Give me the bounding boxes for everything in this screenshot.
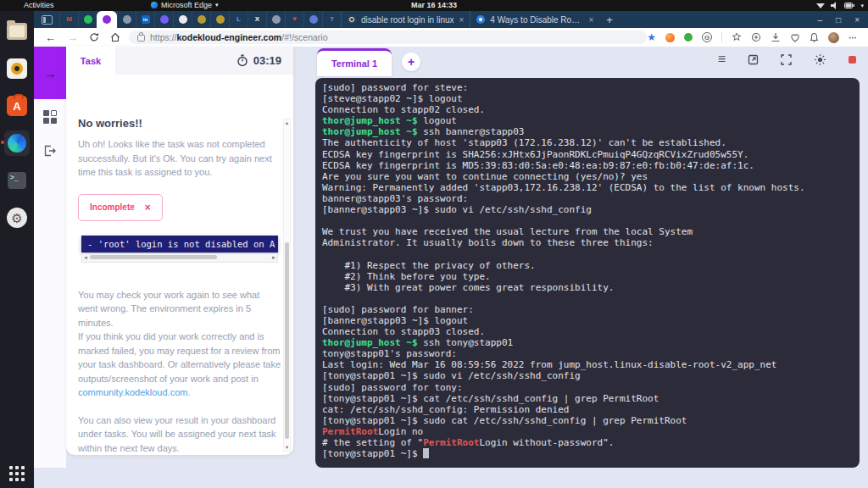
browser-toolbar: ← → https://kodekloud-engineer.com/#!/sc…: [34, 28, 868, 47]
dock-item-files[interactable]: [4, 19, 30, 44]
app-violet-favicon: [160, 15, 169, 24]
app-gold-1-favicon: [198, 15, 206, 24]
tab-article[interactable]: 4 Ways to Disable Root A ×: [470, 11, 599, 28]
url-text: https://kodekloud-engineer.com/#!/scenar…: [150, 32, 328, 42]
pinned-tab-app-violet[interactable]: [154, 11, 173, 28]
pinned-tab-whatsapp[interactable]: [78, 11, 97, 28]
volume-icon: [831, 2, 838, 9]
new-tab-button[interactable]: +: [606, 14, 613, 26]
divider: [721, 32, 722, 42]
activities-button[interactable]: Activities: [24, 1, 54, 9]
terminal-output[interactable]: [sudo] password for steve:[steve@stapp02…: [315, 78, 860, 468]
vertical-scrollbar[interactable]: ▲ ▼: [283, 119, 291, 452]
scroll-right-icon[interactable]: ►: [271, 254, 276, 262]
system-top-bar: Activities Microsoft Edge ▾ Mar 16 14:33…: [0, 0, 868, 11]
open-new-window-icon[interactable]: [748, 54, 759, 65]
chevron-down-icon: ▾: [215, 2, 219, 8]
dock-item-edge[interactable]: [4, 130, 30, 156]
profile-avatar[interactable]: [828, 32, 839, 43]
app-gray-2-favicon: [272, 15, 281, 24]
scrollbar-thumb[interactable]: [285, 242, 289, 439]
exit-icon[interactable]: [43, 145, 57, 157]
pinned-tab-app-gray-2[interactable]: [266, 11, 285, 28]
timer-value: 03:19: [253, 54, 281, 67]
tab-actions-menu-icon[interactable]: [42, 15, 53, 25]
scroll-up-icon[interactable]: ▲: [284, 120, 290, 125]
dock-item-software[interactable]: A: [4, 93, 30, 119]
forward-icon[interactable]: →: [67, 31, 78, 44]
back-icon[interactable]: ←: [45, 31, 56, 44]
minimize-button[interactable]: –: [818, 15, 823, 25]
community-link[interactable]: community.kodekloud.com: [78, 387, 187, 397]
close-icon[interactable]: ×: [459, 15, 465, 25]
close-icon[interactable]: ×: [589, 15, 594, 25]
music-player-icon: [7, 58, 27, 79]
horizontal-scrollbar[interactable]: ◄ ►: [81, 253, 278, 263]
pinned-tab-app-gold-1[interactable]: [192, 11, 210, 28]
status-badge[interactable]: Incomplete ×: [78, 194, 163, 221]
menu-icon[interactable]: ≡: [718, 53, 726, 66]
pinned-tab-app-gray[interactable]: [117, 11, 136, 28]
scroll-down-icon[interactable]: ▼: [284, 445, 290, 450]
focused-app-title: Microsoft Edge: [161, 1, 212, 9]
dashboard-grid-icon[interactable]: [43, 110, 57, 124]
pinned-tab-x-twitter[interactable]: X: [248, 11, 266, 28]
dock-item-music[interactable]: [4, 56, 30, 81]
tab-label: 4 Ways to Disable Root A: [490, 15, 583, 25]
dock: A >_ ⚙: [0, 11, 34, 488]
pinned-tab-app-question[interactable]: ?: [322, 11, 341, 28]
extension-green-icon[interactable]: [684, 33, 693, 42]
notifications-bell-icon[interactable]: [810, 32, 819, 42]
pinned-tab-app-l[interactable]: L: [229, 11, 248, 28]
refresh-icon[interactable]: [89, 32, 99, 42]
app-question-favicon: ?: [328, 15, 337, 24]
pinned-tab-docs[interactable]: [173, 11, 192, 28]
edge-browser-icon: [8, 134, 26, 152]
record-stop-icon[interactable]: [849, 56, 856, 64]
theme-toggle-icon[interactable]: [814, 53, 826, 66]
downloads-icon[interactable]: [771, 32, 781, 42]
pinned-tab-linkedin[interactable]: in: [136, 11, 154, 28]
terminal-header: Terminal 1 + ≡: [302, 47, 868, 78]
extension-orange-icon[interactable]: [665, 33, 675, 42]
tab-task[interactable]: Task: [66, 47, 115, 75]
address-bar[interactable]: https://kodekloud-engineer.com/#!/scenar…: [129, 30, 647, 44]
maximize-button[interactable]: □: [836, 15, 841, 25]
web-capture-icon[interactable]: [751, 32, 761, 42]
clock[interactable]: Mar 16 14:33: [411, 1, 457, 9]
tab-bar: MinLX▼? disable root login in linux × 4 …: [34, 11, 868, 28]
search-favicon: [348, 15, 356, 24]
scroll-left-icon[interactable]: ◄: [83, 254, 88, 262]
close-icon: ×: [145, 202, 151, 214]
settings-more-icon[interactable]: ⋯: [849, 33, 858, 42]
task-panel-body: No worries!! Uh oh! Looks like the task …: [66, 75, 293, 455]
close-button[interactable]: ×: [854, 15, 860, 25]
browser-essentials-icon[interactable]: [790, 33, 800, 42]
terminal-toolbar: ≡: [718, 53, 856, 66]
tab-terminal-1[interactable]: Terminal 1: [317, 48, 392, 76]
show-applications-button[interactable]: [0, 466, 34, 481]
home-icon[interactable]: [110, 32, 120, 42]
article-favicon: [476, 15, 485, 24]
pinned-tab-app-blue[interactable]: [303, 11, 322, 28]
system-tray[interactable]: ▾: [816, 0, 864, 11]
tab-search-results[interactable]: disable root login in linux ×: [341, 11, 470, 28]
app-gray-favicon: [123, 15, 131, 24]
fullscreen-icon[interactable]: [781, 54, 792, 65]
new-terminal-button[interactable]: +: [402, 53, 420, 71]
collections-icon[interactable]: [732, 32, 742, 42]
focused-app-menu[interactable]: Microsoft Edge ▾: [151, 1, 219, 9]
network-icon: [816, 3, 825, 9]
dock-item-terminal[interactable]: >_: [4, 168, 30, 193]
task-panel: Task 03:19 No worries!! Uh oh! Looks lik…: [66, 47, 293, 455]
chevron-down-icon: ▾: [860, 3, 864, 9]
dock-item-settings[interactable]: ⚙: [4, 205, 30, 230]
g-app-icon[interactable]: G: [702, 32, 712, 42]
favorites-star-icon[interactable]: ★: [647, 31, 656, 43]
collapse-panel-button[interactable]: →: [34, 47, 66, 99]
pinned-tab-gmail[interactable]: M: [59, 11, 78, 28]
pinned-tab-app-gold-2[interactable]: [210, 11, 229, 28]
scrollbar-thumb[interactable]: [90, 255, 217, 259]
pinned-tab-kodekloud[interactable]: [97, 11, 117, 28]
pinned-tab-app-red[interactable]: ▼: [285, 11, 303, 28]
